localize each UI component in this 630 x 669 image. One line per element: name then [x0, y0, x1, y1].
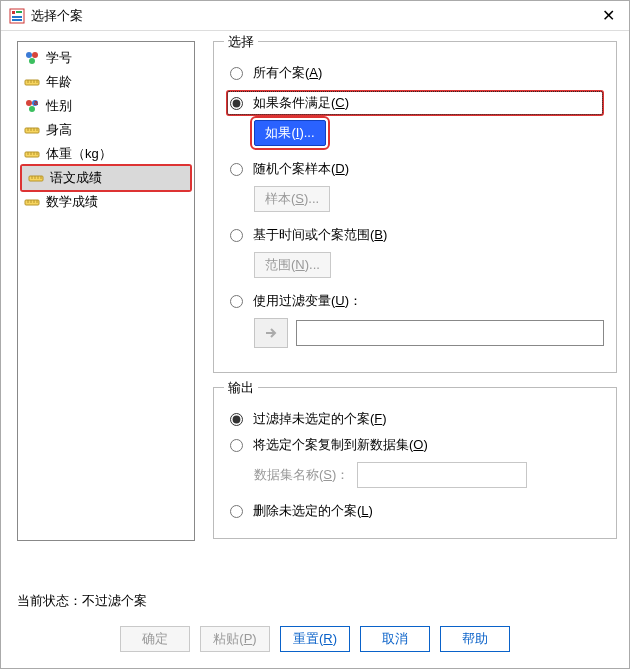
range-button: 范围(N)...	[254, 252, 331, 278]
variable-item[interactable]: 身高	[18, 118, 194, 142]
variable-item[interactable]: 数学成绩	[18, 190, 194, 214]
variable-item-label: 体重（kg）	[46, 145, 112, 163]
dataset-name-field	[357, 462, 527, 488]
right-panel: 选择 所有个案(A) 如果条件满足(C) 如果(I)...	[213, 41, 617, 580]
close-icon[interactable]: ✕	[596, 6, 621, 25]
svg-text:a: a	[34, 99, 38, 106]
radio-delete-unselected-label: 删除未选定的个案(L)	[253, 502, 373, 520]
radio-range[interactable]: 基于时间或个案范围(B)	[230, 222, 604, 248]
scale-ruler-icon	[28, 170, 44, 186]
variable-item-label: 性别	[46, 97, 72, 115]
ok-button: 确定	[120, 626, 190, 652]
radio-copy-dataset-input[interactable]	[230, 439, 243, 452]
variable-item[interactable]: a性别	[18, 94, 194, 118]
scale-ruler-icon	[24, 122, 40, 138]
radio-filter-variable[interactable]: 使用过滤变量(U)：	[230, 288, 604, 314]
svg-rect-3	[12, 16, 22, 18]
variable-list[interactable]: 学号年龄a性别身高体重（kg）语文成绩数学成绩	[17, 41, 195, 541]
app-icon	[9, 8, 25, 24]
variable-item-label: 数学成绩	[46, 193, 98, 211]
radio-range-label: 基于时间或个案范围(B)	[253, 226, 387, 244]
variable-item-label: 身高	[46, 121, 72, 139]
radio-filter-out-input[interactable]	[230, 413, 243, 426]
cancel-button[interactable]: 取消	[360, 626, 430, 652]
dialog-buttons: 确定 粘贴(P) 重置(R) 取消 帮助	[1, 612, 629, 668]
svg-rect-1	[12, 11, 15, 14]
scale-ruler-icon	[24, 74, 40, 90]
filter-variable-row	[254, 318, 604, 348]
radio-range-input[interactable]	[230, 229, 243, 242]
group-output-legend: 输出	[224, 379, 258, 397]
radio-filter-out[interactable]: 过滤掉未选定的个案(F)	[230, 406, 604, 432]
variable-item[interactable]: 学号	[18, 46, 194, 70]
radio-if-condition-label: 如果条件满足(C)	[253, 94, 349, 112]
dataset-name-label: 数据集名称(S)：	[254, 466, 349, 484]
group-select-legend: 选择	[224, 33, 258, 51]
nominal-red-icon: a	[24, 98, 40, 114]
radio-filter-variable-input[interactable]	[230, 295, 243, 308]
variable-item-label: 年龄	[46, 73, 72, 91]
titlebar: 选择个案 ✕	[1, 1, 629, 31]
svg-rect-2	[16, 11, 22, 13]
radio-all-cases-input[interactable]	[230, 67, 243, 80]
radio-random-sample-label: 随机个案样本(D)	[253, 160, 349, 178]
help-button[interactable]: 帮助	[440, 626, 510, 652]
radio-filter-variable-label: 使用过滤变量(U)：	[253, 292, 362, 310]
radio-copy-dataset[interactable]: 将选定个案复制到新数据集(O)	[230, 432, 604, 458]
radio-if-condition[interactable]: 如果条件满足(C)	[230, 94, 349, 112]
scale-ruler-icon	[24, 194, 40, 210]
variable-item-label: 语文成绩	[50, 169, 102, 187]
if-button[interactable]: 如果(I)...	[254, 120, 326, 146]
sample-button: 样本(S)...	[254, 186, 330, 212]
radio-random-sample[interactable]: 随机个案样本(D)	[230, 156, 604, 182]
svg-point-7	[29, 58, 35, 64]
group-output: 输出 过滤掉未选定的个案(F) 将选定个案复制到新数据集(O) 数据集名称(S)…	[213, 387, 617, 539]
svg-point-13	[26, 100, 32, 106]
radio-all-cases[interactable]: 所有个案(A)	[230, 60, 604, 86]
dialog-title: 选择个案	[31, 7, 596, 25]
variable-item-highlight: 语文成绩	[20, 164, 192, 192]
radio-filter-out-label: 过滤掉未选定的个案(F)	[253, 410, 387, 428]
group-select: 选择 所有个案(A) 如果条件满足(C) 如果(I)...	[213, 41, 617, 373]
radio-delete-unselected-input[interactable]	[230, 505, 243, 518]
svg-point-6	[32, 52, 38, 58]
sample-button-row: 样本(S)...	[254, 186, 604, 212]
radio-all-cases-label: 所有个案(A)	[253, 64, 322, 82]
range-button-row: 范围(N)...	[254, 252, 604, 278]
svg-point-15	[29, 106, 35, 112]
variable-item[interactable]: 体重（kg）	[18, 142, 194, 166]
radio-if-condition-input[interactable]	[230, 97, 243, 110]
svg-point-5	[26, 52, 32, 58]
if-button-row: 如果(I)...	[254, 120, 604, 146]
scale-ruler-icon	[24, 146, 40, 162]
reset-button[interactable]: 重置(R)	[280, 626, 350, 652]
dataset-name-row: 数据集名称(S)：	[254, 462, 604, 488]
radio-delete-unselected[interactable]: 删除未选定的个案(L)	[230, 498, 604, 524]
variable-item-label: 学号	[46, 49, 72, 67]
radio-if-condition-highlight: 如果条件满足(C)	[226, 90, 604, 116]
radio-random-sample-input[interactable]	[230, 163, 243, 176]
status-line: 当前状态：不过滤个案	[1, 586, 629, 612]
dialog-select-cases: 选择个案 ✕ 学号年龄a性别身高体重（kg）语文成绩数学成绩 选择 所有个案(A…	[0, 0, 630, 669]
nominal-blue-icon	[24, 50, 40, 66]
filter-variable-field	[296, 320, 604, 346]
move-variable-button	[254, 318, 288, 348]
variable-item[interactable]: 年龄	[18, 70, 194, 94]
svg-rect-4	[12, 19, 22, 21]
variable-item[interactable]: 语文成绩	[22, 166, 190, 190]
radio-copy-dataset-label: 将选定个案复制到新数据集(O)	[253, 436, 428, 454]
paste-button: 粘贴(P)	[200, 626, 270, 652]
dialog-body: 学号年龄a性别身高体重（kg）语文成绩数学成绩 选择 所有个案(A) 如果条件满…	[1, 31, 629, 586]
